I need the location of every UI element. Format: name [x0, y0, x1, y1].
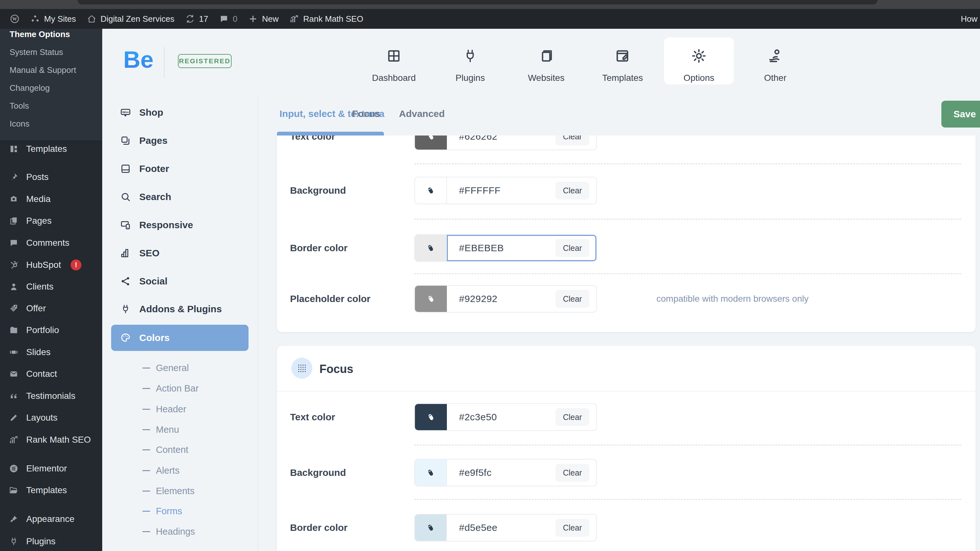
color-swatch[interactable] [415, 235, 447, 261]
admin-menu-item[interactable]: Testimonials [0, 387, 102, 405]
admin-menu-item[interactable]: Plugins [0, 532, 102, 550]
admin-menu-item[interactable]: Contact [0, 365, 102, 383]
paint-bucket-icon [425, 242, 436, 253]
admin-menu-item[interactable]: HubSpot ! [0, 256, 102, 274]
options-sidebar-subitem[interactable]: Headings [102, 520, 258, 543]
help-icon[interactable] [879, 107, 893, 121]
admin-menu-item[interactable]: Elementor [0, 460, 102, 478]
color-value[interactable]: #d5e5ee [447, 522, 555, 533]
admin-menu-item[interactable]: Portfolio [0, 321, 102, 339]
save-button[interactable]: Save [941, 101, 980, 127]
admin-bar-item[interactable]: My Sites [25, 9, 81, 29]
admin-menu-icon [9, 391, 19, 401]
admin-menu-item[interactable]: Slides [0, 343, 102, 361]
browser-tab[interactable] [78, 0, 877, 5]
clear-button[interactable]: Clear [555, 182, 589, 199]
admin-bar-item[interactable]: W [5, 9, 25, 29]
options-sidebar-item[interactable]: Colors [111, 325, 248, 351]
admin-bar-item[interactable]: 0 [214, 9, 243, 29]
options-sidebar-subitem[interactable]: Forms [102, 500, 258, 522]
main-nav-item[interactable]: Other [743, 45, 807, 96]
main-nav-item[interactable]: Websites [514, 45, 578, 96]
admin-bar-item[interactable]: New [243, 9, 284, 29]
options-sidebar-item[interactable]: Pages [111, 127, 248, 154]
admin-menu-item[interactable]: Media [0, 190, 102, 208]
color-value[interactable]: #EBEBEB [447, 242, 555, 253]
admin-bar-icon: W [10, 14, 19, 24]
main-nav-item[interactable]: Plugins [438, 45, 502, 96]
clear-button[interactable]: Clear [555, 519, 589, 537]
admin-menu-item[interactable]: Offer [0, 299, 102, 317]
color-field[interactable]: #d5e5ee Clear [414, 514, 597, 541]
admin-menu-item[interactable]: Comments [0, 234, 102, 252]
admin-submenu-item[interactable]: Tools [10, 101, 29, 111]
admin-bar-item[interactable]: 17 [180, 9, 214, 29]
options-sidebar-item[interactable]: Social [111, 268, 248, 295]
admin-bar-item[interactable]: Rank Math SEO [284, 9, 369, 29]
clear-button[interactable]: Clear [555, 239, 589, 257]
options-sidebar-subitem[interactable]: Menu [102, 418, 258, 441]
search-icon[interactable] [851, 107, 865, 121]
admin-menu-item[interactable]: Appearance [0, 510, 102, 528]
admin-menu-item[interactable]: Templates [0, 140, 102, 158]
options-sidebar-subitem[interactable]: Alerts [102, 459, 258, 482]
admin-menu-item[interactable]: Templates [0, 481, 102, 499]
admin-submenu-item[interactable]: Theme Options [10, 29, 70, 39]
admin-menu-item[interactable]: Pages [0, 212, 102, 230]
admin-menu-item[interactable]: Layouts [0, 409, 102, 427]
options-sidebar-item[interactable]: Addons & Plugins [111, 296, 248, 322]
options-sidebar-subitem[interactable]: Action Bar [102, 377, 258, 400]
options-sidebar-subitem[interactable]: Shop [102, 546, 258, 551]
tab[interactable]: Advanced [399, 96, 445, 132]
color-swatch[interactable] [415, 286, 447, 312]
color-swatch[interactable] [415, 514, 447, 541]
options-sidebar-subitem[interactable]: General [102, 356, 258, 379]
admin-menu-item[interactable]: Clients [0, 278, 102, 296]
admin-menu-icon [9, 435, 19, 444]
clear-button[interactable]: Clear [555, 290, 589, 308]
options-sidebar-subitem[interactable]: Elements [102, 479, 258, 502]
color-field[interactable]: #EBEBEB Clear [414, 234, 597, 262]
options-sidebar-subitem[interactable]: Header [102, 398, 258, 420]
svg-text:W: W [13, 16, 17, 21]
main-nav-item[interactable]: Options [667, 45, 731, 96]
admin-bar: W My Sites Digital Zen Services 17 0 Ne [0, 9, 980, 29]
admin-bar-item[interactable]: Digital Zen Services [81, 9, 180, 29]
admin-submenu-item[interactable]: System Status [10, 47, 63, 57]
color-value[interactable]: #2c3e50 [447, 412, 555, 422]
options-sidebar-item[interactable]: Footer [111, 156, 248, 182]
color-swatch[interactable] [415, 460, 447, 486]
admin-menu-item[interactable]: Rank Math SEO [0, 431, 102, 449]
admin-submenu-item[interactable]: Changelog [10, 83, 50, 93]
color-field[interactable]: #929292 Clear [414, 285, 597, 312]
paint-bucket-icon [425, 467, 436, 478]
options-sidebar-item[interactable]: Woo Shop [111, 99, 248, 126]
clear-button[interactable]: Clear [555, 408, 589, 426]
color-swatch[interactable] [415, 177, 447, 204]
row-separator [414, 163, 961, 164]
admin-bar-howdy[interactable]: How [961, 14, 977, 24]
options-sidebar-item[interactable]: SEO [111, 240, 248, 266]
admin-menu-item[interactable]: Posts [0, 168, 102, 186]
color-field[interactable]: #e9f5fc Clear [414, 459, 597, 486]
admin-menu-icon [9, 282, 19, 291]
main-nav-item[interactable]: Dashboard [362, 45, 426, 96]
clear-button[interactable]: Clear [555, 464, 589, 482]
color-value[interactable]: #FFFFFF [447, 185, 555, 196]
admin-bar-icon [248, 14, 258, 24]
admin-submenu-item[interactable]: Icons [10, 119, 29, 129]
sidebar-item-icon [120, 276, 131, 287]
main-nav-item[interactable]: Templates [590, 45, 654, 96]
color-value[interactable]: #e9f5fc [447, 467, 555, 478]
admin-submenu-item[interactable]: Manual & Support [10, 65, 76, 75]
options-sidebar-item[interactable]: Search [111, 184, 248, 210]
options-sidebar-subitem[interactable]: Content [102, 438, 258, 461]
notes-icon[interactable] [907, 107, 921, 121]
color-field[interactable]: #2c3e50 Clear [414, 403, 597, 431]
color-value[interactable]: #929292 [447, 293, 555, 304]
paint-bucket-icon [425, 522, 436, 533]
tab[interactable]: Focus [352, 96, 380, 132]
color-swatch[interactable] [415, 404, 447, 430]
color-field[interactable]: #FFFFFF Clear [414, 177, 597, 204]
options-sidebar-item[interactable]: Responsive [111, 212, 248, 238]
